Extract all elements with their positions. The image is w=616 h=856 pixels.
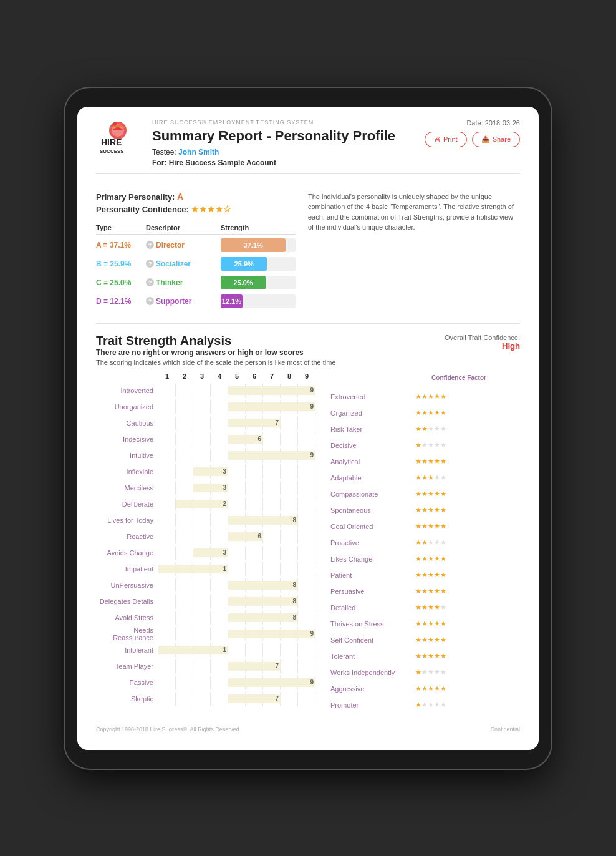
bar-number: 9 xyxy=(310,387,314,394)
trait-chart-row: Deliberate2 xyxy=(96,497,315,511)
grid-line xyxy=(176,416,193,430)
scale-8: 8 xyxy=(281,372,298,380)
grid-line xyxy=(176,546,193,560)
bar-number: 9 xyxy=(310,452,314,459)
right-trait-row: Thrives on Stress★★★★★ xyxy=(328,617,520,631)
footer-confidential: Confidential xyxy=(490,726,520,732)
grid-line xyxy=(263,562,281,576)
bar-number: 9 xyxy=(310,403,314,410)
confidence-stars: ★★★★★ xyxy=(415,457,446,465)
grid-line xyxy=(228,546,246,560)
grid-line xyxy=(193,578,211,592)
bar-fill: 9 xyxy=(228,451,315,460)
right-trait-row: Tolerant★★★★★ xyxy=(328,649,520,663)
grid-line xyxy=(281,481,298,495)
overall-confidence-value: High xyxy=(445,341,520,351)
grid-line xyxy=(246,562,263,576)
scale-9: 9 xyxy=(298,372,315,380)
grid-line xyxy=(281,432,298,446)
right-trait-label: Risk Taker xyxy=(328,426,415,433)
confidence-stars: ★★★★★ xyxy=(415,409,446,417)
bar-number: 9 xyxy=(310,679,314,686)
footer-copyright: Copyright 1998-2018 Hire Success®. All R… xyxy=(96,726,241,732)
left-trait-label: Skeptic xyxy=(96,695,158,703)
bar-fill: 8 xyxy=(228,581,298,590)
hire-success-logo: HIRE SUCCESS xyxy=(96,119,140,157)
share-icon: 📤 xyxy=(481,135,490,143)
info-icon-d: ? xyxy=(146,297,154,305)
testee-line: Testee: John Smith xyxy=(152,148,412,157)
logo-area: HIRE SUCCESS xyxy=(96,119,140,157)
confidence-stars: ★★★★★ xyxy=(415,620,446,628)
right-rows: Extroverted★★★★★Organized★★★★★Risk Taker… xyxy=(328,390,520,712)
right-trait-row: Likes Change★★★★★ xyxy=(328,552,520,566)
grid-line xyxy=(193,432,211,446)
right-trait-label: Organized xyxy=(328,409,415,417)
grid-line xyxy=(211,449,228,462)
grid-line xyxy=(158,627,176,641)
grid-line xyxy=(281,530,298,543)
type-d-label: D = 12.1% xyxy=(96,297,146,306)
right-trait-label: Compassionate xyxy=(328,490,415,498)
scale-6: 6 xyxy=(246,372,263,380)
descriptor-b: ? Socializer xyxy=(146,260,221,268)
right-trait-label: Spontaneous xyxy=(328,507,415,514)
grid-line xyxy=(246,497,263,511)
bar-fill: 8 xyxy=(228,613,298,622)
bar-grid: 1 xyxy=(158,643,315,657)
grid-line xyxy=(211,384,228,397)
grid-line xyxy=(158,546,176,560)
bar-fill: 1 xyxy=(158,646,228,654)
bar-grid: 3 xyxy=(158,481,315,495)
left-trait-label: Merciless xyxy=(96,484,158,492)
info-icon-c: ? xyxy=(146,278,154,286)
right-trait-label: Promoter xyxy=(328,701,415,709)
confidence-stars: ★★★★★ xyxy=(415,538,446,547)
confidence-factor-header: Confidence Factor xyxy=(328,372,520,386)
right-trait-row: Risk Taker★★★★★ xyxy=(328,422,520,436)
confidence-factor-label: Confidence Factor xyxy=(415,374,503,381)
grid-line xyxy=(193,530,211,543)
grid-line xyxy=(228,643,246,657)
trait-chart-row: Intolerant1 xyxy=(96,643,315,657)
grid-line xyxy=(298,578,315,592)
chart-area: 1 2 3 4 5 6 7 8 9 I xyxy=(96,372,520,714)
left-trait-label: Delegates Details xyxy=(96,598,158,605)
confidence-stars: ★★★★★ xyxy=(415,441,446,449)
grid-line xyxy=(263,546,281,560)
bar-grid: 3 xyxy=(158,465,315,479)
grid-line xyxy=(176,400,193,414)
scale-7: 7 xyxy=(263,372,281,380)
grid-line xyxy=(158,432,176,446)
share-button[interactable]: 📤 Share xyxy=(472,132,520,147)
bar-fill: 7 xyxy=(228,662,281,671)
report-title: Summary Report - Personality Profile xyxy=(152,128,412,144)
grid-line xyxy=(263,643,281,657)
right-trait-label: Works Independently xyxy=(328,669,415,676)
bar-number: 8 xyxy=(292,581,296,588)
grid-line xyxy=(193,595,211,608)
bar-d-fill: 12.1% xyxy=(221,294,243,308)
grid-line xyxy=(281,659,298,673)
bar-number: 7 xyxy=(275,419,279,426)
grid-line xyxy=(228,481,246,495)
tsa-section: Trait Strength Analysis There are no rig… xyxy=(96,334,520,714)
grid-line xyxy=(158,481,176,495)
grid-line xyxy=(298,530,315,543)
confidence-label: Personality Confidence: xyxy=(96,205,189,214)
grid-line xyxy=(263,530,281,543)
trait-row-a: A = 37.1% ? Director 37.1% xyxy=(96,238,296,252)
trait-chart-row: Impatient1 xyxy=(96,562,315,576)
grid-line xyxy=(211,595,228,608)
right-trait-label: Analytical xyxy=(328,458,415,465)
grid-line xyxy=(158,676,176,689)
bar-grid: 8 xyxy=(158,595,315,608)
scale-1: 1 xyxy=(158,372,176,380)
confidence-stars: ★★★★★ xyxy=(415,652,446,660)
type-b-label: B = 25.9% xyxy=(96,260,146,268)
bar-number: 3 xyxy=(223,484,226,491)
descriptor-header: Descriptor xyxy=(146,224,221,231)
print-button[interactable]: 🖨 Print xyxy=(425,132,467,147)
right-trait-row: Decisive★★★★★ xyxy=(328,439,520,452)
right-trait-row: Promoter★★★★★ xyxy=(328,698,520,712)
